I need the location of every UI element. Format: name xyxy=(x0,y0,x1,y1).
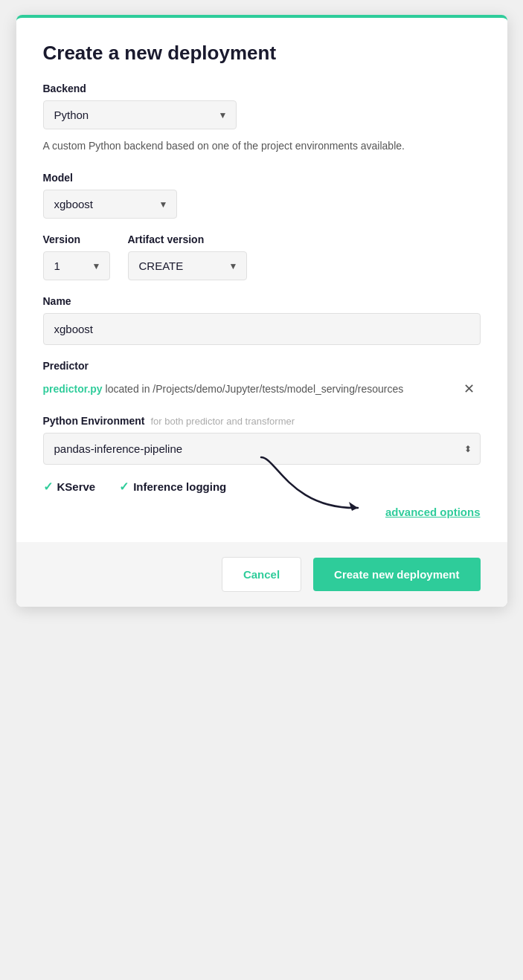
svg-marker-0 xyxy=(349,502,358,511)
python-env-select[interactable]: pandas-inference-pipeline default custom xyxy=(43,433,481,465)
create-deployment-dialog: Create a new deployment Backend Python T… xyxy=(16,15,507,607)
model-select[interactable]: xgboost sklearn tensorflow xyxy=(43,190,177,219)
name-input[interactable] xyxy=(43,313,481,345)
kserve-label: KServe xyxy=(57,480,96,493)
version-select-wrapper: 1 2 3 ▼ xyxy=(43,251,110,280)
model-field-group: Model xgboost sklearn tensorflow ▼ xyxy=(43,172,481,219)
backend-description: A custom Python backend based on one of … xyxy=(43,138,481,154)
python-env-label: Python Environment xyxy=(43,415,145,427)
artifact-version-select[interactable]: CREATE 1 2 xyxy=(128,251,247,280)
advanced-options-button[interactable]: advanced options xyxy=(385,506,481,518)
predictor-file-row: predictor.py located in /Projects/demo/J… xyxy=(43,378,481,400)
page-title: Create a new deployment xyxy=(43,42,481,65)
predictor-section: Predictor predictor.py located in /Proje… xyxy=(43,360,481,400)
dialog-footer: Cancel Create new deployment xyxy=(16,542,507,607)
cancel-button[interactable]: Cancel xyxy=(222,557,301,592)
predictor-file-link[interactable]: predictor.py xyxy=(43,383,103,395)
advanced-options-row: advanced options xyxy=(43,506,481,518)
python-env-select-wrapper: pandas-inference-pipeline default custom… xyxy=(43,433,481,465)
backend-select-wrapper: Python TensorFlow PyTorch ONNX ▼ xyxy=(43,100,237,129)
kserve-check-icon: ✓ xyxy=(43,480,53,494)
version-field-group: Version 1 2 3 ▼ xyxy=(43,233,110,280)
kserve-check-item: ✓ KServe xyxy=(43,480,96,494)
version-select[interactable]: 1 2 3 xyxy=(43,251,110,280)
predictor-file-text: predictor.py located in /Projects/demo/J… xyxy=(43,381,404,397)
name-field-group: Name xyxy=(43,295,481,345)
python-env-subtext: for both predictor and transformer xyxy=(150,416,295,427)
python-env-label-row: Python Environment for both predictor an… xyxy=(43,415,481,427)
create-deployment-button[interactable]: Create new deployment xyxy=(313,558,480,591)
inference-logging-check-item: ✓ Inference logging xyxy=(119,480,226,494)
artifact-select-wrapper: CREATE 1 2 ▼ xyxy=(128,251,247,280)
version-artifact-row: Version 1 2 3 ▼ Artifact version CREATE … xyxy=(43,233,481,280)
inference-logging-label: Inference logging xyxy=(133,480,226,493)
backend-field-group: Backend Python TensorFlow PyTorch ONNX ▼… xyxy=(43,83,481,154)
artifact-version-label: Artifact version xyxy=(128,233,247,245)
artifact-version-field-group: Artifact version CREATE 1 2 ▼ xyxy=(128,233,247,280)
backend-select[interactable]: Python TensorFlow PyTorch ONNX xyxy=(43,100,237,129)
backend-label: Backend xyxy=(43,83,481,94)
name-label: Name xyxy=(43,295,481,307)
checkmarks-row: ✓ KServe ✓ Inference logging xyxy=(43,480,481,494)
dialog-body: Create a new deployment Backend Python T… xyxy=(16,18,507,542)
model-label: Model xyxy=(43,172,481,184)
python-env-section: Python Environment for both predictor an… xyxy=(43,415,481,465)
model-select-wrapper: xgboost sklearn tensorflow ▼ xyxy=(43,190,177,219)
predictor-close-button[interactable]: ✕ xyxy=(458,378,481,400)
version-label: Version xyxy=(43,233,110,245)
predictor-label: Predictor xyxy=(43,360,481,372)
inference-logging-check-icon: ✓ xyxy=(119,480,129,494)
predictor-path-text: located in /Projects/demo/Jupyter/tests/… xyxy=(103,383,404,395)
